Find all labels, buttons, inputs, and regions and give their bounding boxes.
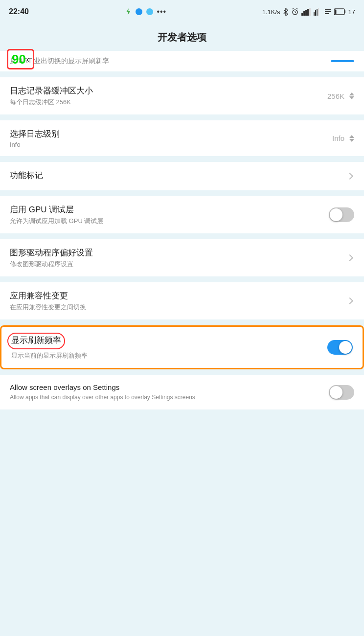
setting-item-allow-screen-overlays[interactable]: Allow screen overlays on Settings Allow …	[0, 375, 364, 409]
setting-text-gpu-debug: 启用 GPU 调试层 允许为调试应用加载 GPU 调试层	[10, 204, 329, 226]
toggle-show-refresh-rate[interactable]	[327, 340, 353, 355]
toggle-allow-screen-overlays[interactable]	[329, 385, 354, 400]
svg-rect-10	[309, 8, 311, 16]
menu-icon	[324, 8, 332, 16]
setting-group-gpu-renderer: 图形驱动程序偏好设置 修改图形驱动程序设置	[0, 239, 364, 276]
setting-subtitle-show-refresh-rate: 显示当前的显示屏刷新频率	[11, 351, 327, 360]
page-title: 开发者选项	[158, 31, 206, 44]
setting-group-gpu-debug: 启用 GPU 调试层 允许为调试应用加载 GPU 调试层	[0, 196, 364, 233]
status-icons: •••	[124, 7, 166, 16]
setting-subtitle-log-level: Info	[10, 141, 332, 148]
svg-point-1	[136, 8, 142, 15]
setting-value-log-buffer[interactable]: 256K	[327, 92, 354, 100]
svg-rect-6	[301, 13, 303, 16]
setting-subtitle-app-compat: 在应用兼容性变更之间切换	[10, 303, 347, 312]
fps-badge: 90 ‹	[7, 49, 34, 69]
toggle-knob-gpu-debug	[330, 208, 342, 221]
setting-subtitle-log-buffer: 每个日志缓冲区 256K	[10, 98, 327, 107]
toggle-gpu-debug[interactable]	[329, 207, 354, 222]
setting-group-app-compat: 应用兼容性变更 在应用兼容性变更之间切换	[0, 282, 364, 319]
allow-screen-text: Allow screen overlays on Settings Allow …	[10, 383, 324, 402]
app-icon	[146, 8, 154, 16]
setting-item-log-buffer-size[interactable]: 日志记录器缓冲区大小 每个日志缓冲区 256K 256K	[0, 77, 364, 114]
svg-rect-9	[307, 9, 309, 16]
alarm-icon	[291, 8, 299, 16]
fps-arrow: ‹	[26, 54, 29, 65]
wifi-icon	[314, 8, 321, 16]
network-speed: 1.1K/s	[262, 8, 280, 16]
setting-item-gpu-renderer[interactable]: 图形驱动程序偏好设置 修改图形驱动程序设置	[0, 239, 364, 276]
setting-value-app-compat	[347, 298, 354, 303]
toggle-knob-show-refresh-rate	[339, 341, 352, 354]
svg-rect-20	[335, 10, 336, 14]
svg-rect-14	[318, 8, 319, 16]
setting-item-log-level[interactable]: 选择日志级别 Info Info	[0, 120, 364, 156]
setting-title-show-refresh-rate: 显示刷新频率	[11, 335, 61, 346]
svg-rect-19	[344, 10, 345, 13]
settings-content: 从 ART 业出切换的显示屏刷新率 日志记录器缓冲区大小 每个日志缓冲区 256…	[0, 51, 364, 409]
bluetooth-icon	[283, 8, 289, 16]
chevron-icon-app-compat	[346, 297, 353, 304]
chevron-icon-gpu-renderer	[346, 254, 353, 261]
setting-subtitle-gpu-debug: 允许为调试应用加载 GPU 调试层	[10, 217, 329, 226]
svg-rect-12	[315, 10, 316, 16]
setting-item-feature-flags[interactable]: 功能标记	[0, 162, 364, 190]
setting-title-log-buffer: 日志记录器缓冲区大小	[10, 85, 327, 96]
status-time: 22:40	[9, 7, 29, 16]
setting-text-app-compat: 应用兼容性变更 在应用兼容性变更之间切换	[10, 290, 347, 312]
chevron-icon-feature-flags	[346, 173, 353, 180]
spinner-down-log-buffer[interactable]	[349, 96, 354, 99]
svg-point-2	[146, 8, 153, 15]
setting-title-feature-flags: 功能标记	[10, 170, 347, 181]
setting-item-show-refresh-rate[interactable]: 显示刷新频率 显示当前的显示屏刷新频率	[0, 325, 364, 369]
status-bar: 22:40 ••• 1.1K/s	[0, 0, 364, 23]
spinner-up-log-level[interactable]	[349, 135, 354, 138]
setting-text-log-level: 选择日志级别 Info	[10, 128, 332, 148]
allow-screen-subtitle: Allow apps that can display over other a…	[10, 393, 324, 402]
spinner-up-log-buffer[interactable]	[349, 92, 354, 95]
setting-text-feature-flags: 功能标记	[10, 170, 347, 182]
fps-value: 90	[12, 53, 26, 66]
log-buffer-value-text: 256K	[327, 92, 344, 100]
svg-rect-11	[314, 12, 315, 16]
page-header: 90 ‹ 开发者选项	[0, 23, 364, 51]
battery-level: 17	[348, 8, 355, 16]
svg-rect-8	[305, 10, 307, 16]
setting-text-gpu-renderer: 图形驱动程序偏好设置 修改图形驱动程序设置	[10, 247, 347, 269]
setting-title-gpu-debug: 启用 GPU 调试层	[10, 204, 329, 215]
setting-group-feature-flags: 功能标记	[0, 162, 364, 190]
svg-marker-0	[126, 8, 130, 15]
log-level-value-text: Info	[332, 134, 344, 142]
svg-rect-7	[303, 11, 305, 16]
spinner-down-log-level[interactable]	[349, 139, 354, 142]
setting-item-gpu-debug-layers[interactable]: 启用 GPU 调试层 允许为调试应用加载 GPU 调试层	[0, 196, 364, 233]
partial-row-text: 从 ART 业出切换的显示屏刷新率	[10, 57, 331, 66]
setting-value-feature-flags	[347, 174, 354, 179]
setting-group-log-buffer: 日志记录器缓冲区大小 每个日志缓冲区 256K 256K	[0, 77, 364, 114]
setting-title-gpu-renderer: 图形驱动程序偏好设置	[10, 247, 347, 258]
circle-icon	[135, 8, 143, 16]
setting-value-gpu-renderer	[347, 255, 354, 260]
toggle-knob-allow-screen	[330, 386, 342, 399]
setting-title-log-level: 选择日志级别	[10, 128, 332, 139]
setting-value-log-level[interactable]: Info	[332, 134, 354, 142]
allow-screen-title: Allow screen overlays on Settings	[10, 383, 324, 391]
battery-saver-icon	[124, 8, 132, 16]
battery-icon	[334, 8, 346, 15]
setting-text-log-buffer: 日志记录器缓冲区大小 每个日志缓冲区 256K	[10, 85, 327, 107]
svg-rect-13	[317, 9, 318, 16]
setting-title-app-compat: 应用兼容性变更	[10, 290, 347, 301]
signal-icon	[301, 8, 311, 16]
partial-row-indicator	[331, 60, 354, 62]
log-buffer-spinner[interactable]	[349, 92, 354, 99]
dots-icon: •••	[157, 7, 166, 16]
setting-item-app-compat[interactable]: 应用兼容性变更 在应用兼容性变更之间切换	[0, 282, 364, 319]
partial-art-row: 从 ART 业出切换的显示屏刷新率	[0, 51, 364, 71]
setting-group-log-level: 选择日志级别 Info Info	[0, 120, 364, 156]
status-right: 1.1K/s	[262, 8, 355, 16]
setting-text-show-refresh-rate: 显示刷新频率 显示当前的显示屏刷新频率	[11, 335, 327, 360]
setting-subtitle-gpu-renderer: 修改图形驱动程序设置	[10, 260, 347, 269]
log-level-spinner[interactable]	[349, 135, 354, 142]
